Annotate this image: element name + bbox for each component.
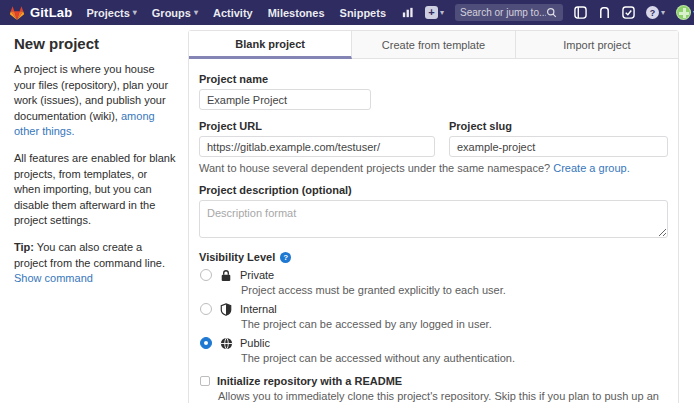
public-description: The project can be accessed without any …: [241, 351, 668, 365]
private-description: Project access must be granted explicitl…: [241, 283, 668, 297]
search-input[interactable]: [460, 7, 546, 18]
top-navbar: GitLab Projects Groups Activity Mileston…: [0, 0, 694, 25]
internal-description: The project can be accessed by any logge…: [241, 317, 668, 331]
visibility-option-internal: Internal: [199, 302, 668, 316]
avatar: [676, 5, 691, 20]
visibility-option-public: Public: [199, 336, 668, 350]
nav-snippets[interactable]: Snippets: [340, 7, 386, 19]
help-menu-button[interactable]: ? ▾: [646, 6, 665, 19]
chevron-down-icon: ▾: [661, 8, 665, 17]
nav-projects[interactable]: Projects: [86, 7, 136, 19]
search-icon: [546, 7, 557, 18]
internal-radio[interactable]: [200, 303, 212, 315]
create-a-group-link[interactable]: Create a group.: [553, 162, 629, 174]
sidebar-paragraph-2: All features are enabled for blank proje…: [14, 151, 176, 229]
lock-icon: [220, 269, 233, 282]
namespace-hint: Want to house several dependent projects…: [199, 162, 668, 174]
readme-description: Allows you to immediately clone this pro…: [218, 389, 668, 403]
readme-checkbox[interactable]: [200, 376, 210, 386]
merge-requests-icon[interactable]: [598, 6, 611, 19]
blank-project-form: Project name Project URL Project slug Wa…: [189, 59, 678, 403]
gitlab-logo[interactable]: GitLab: [9, 5, 72, 21]
gitlab-wordmark: GitLab: [30, 5, 72, 20]
project-url-label: Project URL: [199, 120, 435, 132]
project-name-label: Project name: [199, 73, 668, 85]
help-icon: ?: [646, 6, 659, 19]
project-name-input[interactable]: [199, 89, 371, 110]
readme-option: Initialize repository with a README: [199, 374, 668, 388]
private-radio[interactable]: [200, 269, 212, 281]
globe-icon: [220, 337, 233, 350]
sidebar-paragraph-1: A project is where you house your files …: [14, 62, 176, 140]
tab-create-from-template[interactable]: Create from template: [352, 31, 515, 59]
project-description-input[interactable]: [199, 200, 668, 238]
search-box[interactable]: [455, 4, 563, 21]
tanuki-icon: [9, 5, 25, 21]
show-command-link[interactable]: Show command: [14, 272, 93, 284]
shield-icon: [220, 303, 233, 316]
project-type-tabs: Blank project Create from template Impor…: [189, 31, 678, 59]
nav-groups[interactable]: Groups: [152, 7, 198, 19]
chart-icon[interactable]: [401, 6, 414, 19]
plus-icon: +: [425, 6, 438, 19]
issues-icon[interactable]: [574, 6, 587, 19]
project-description-label: Project description (optional): [199, 184, 668, 196]
project-slug-input[interactable]: [449, 136, 668, 157]
tab-import-project[interactable]: Import project: [516, 31, 678, 59]
chevron-down-icon: ▾: [440, 8, 444, 17]
visibility-level-label: Visibility Level: [199, 251, 275, 263]
tip-label: Tip:: [14, 241, 34, 253]
nav-milestones[interactable]: Milestones: [268, 7, 325, 19]
nav-activity[interactable]: Activity: [213, 7, 253, 19]
todos-icon[interactable]: [622, 6, 635, 19]
project-url-input[interactable]: [199, 136, 435, 157]
new-project-sidebar: New project A project is where you house…: [0, 25, 188, 298]
page-title: New project: [14, 35, 176, 52]
visibility-help-icon[interactable]: ?: [280, 252, 291, 263]
sidebar-tip: Tip: You can also create a project from …: [14, 240, 176, 287]
public-radio[interactable]: [200, 337, 212, 349]
new-project-panel: Blank project Create from template Impor…: [188, 30, 679, 403]
visibility-option-private: Private: [199, 268, 668, 282]
project-slug-label: Project slug: [449, 120, 668, 132]
user-menu-button[interactable]: ▾: [676, 5, 694, 20]
tab-blank-project[interactable]: Blank project: [189, 31, 352, 59]
new-menu-button[interactable]: + ▾: [425, 6, 444, 19]
